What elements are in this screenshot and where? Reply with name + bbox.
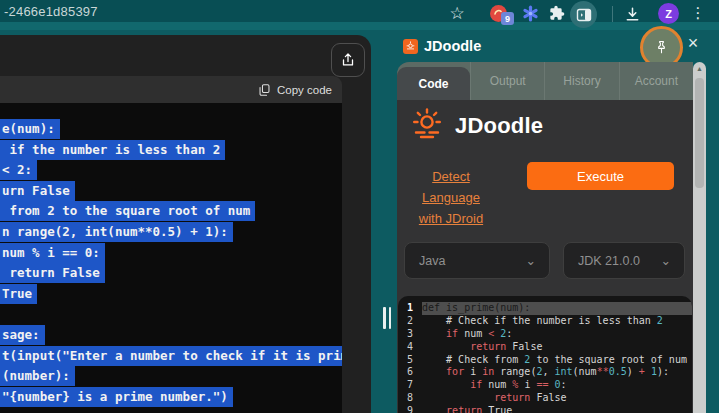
line-code: if num % i == 0: — [422, 379, 692, 392]
profile-avatar[interactable]: Z — [658, 3, 679, 24]
selected-code-text: sage: — [0, 325, 45, 345]
detect-language-link[interactable]: DetectLanguagewith JDroid — [403, 166, 499, 229]
selected-code-text: True — [0, 284, 37, 304]
version-select-value: JDK 21.0.0 — [578, 254, 640, 268]
side-panel-toggle-button[interactable] — [570, 1, 597, 28]
editor-line: 5 # Check from 2 to the square root of n… — [398, 354, 692, 367]
line-number: 6 — [398, 366, 422, 379]
editor-line: 2 # Check if the number is less than 2 — [398, 315, 692, 328]
share-upload-icon — [339, 51, 357, 69]
code-line: return False — [0, 263, 342, 284]
selected-code-text: if the number is less than 2 — [0, 140, 225, 160]
screenshot-stage: -2466e1d85397 ☆ 9 — [0, 0, 719, 413]
code-line: t(input("Enter a number to check if it i… — [0, 346, 342, 367]
code-line: from 2 to the square root of num — [0, 201, 342, 222]
editor-line: 6 for i in range(2, int(num**0.5) + 1): — [398, 366, 692, 379]
code-line: sage: — [0, 325, 342, 346]
code-block: Copy code e(num): if the number is less … — [0, 76, 342, 413]
flower-glyph — [522, 5, 539, 22]
line-number: 3 — [398, 328, 422, 341]
line-code: return False — [422, 341, 692, 354]
selected-code-text: t(input("Enter a number to check if it i… — [0, 346, 342, 366]
selected-code-text: e(num): — [0, 119, 60, 139]
bookmark-star-icon[interactable]: ☆ — [447, 3, 467, 23]
jdoodle-sun-logo — [407, 106, 447, 146]
tab-account[interactable]: Account — [619, 62, 693, 100]
line-number: 2 — [398, 315, 422, 328]
line-code: for i in range(2, int(num**0.5) + 1): — [422, 366, 692, 379]
code-line: n range(2, int(num**0.5) + 1): — [0, 222, 342, 243]
extensions-puzzle-icon[interactable] — [548, 4, 566, 22]
clipboard-icon — [258, 83, 271, 97]
download-icon — [624, 6, 641, 23]
selected-code-text: n range(2, int(num**0.5) + 1): — [0, 222, 233, 242]
line-code: # Check if the number is less than 2 — [422, 315, 692, 328]
scrollbar-thumb[interactable] — [695, 78, 704, 188]
code-line: e(num): — [0, 119, 342, 140]
code-line: if the number is less than 2 — [0, 140, 342, 161]
scrollbar-up-arrow[interactable]: ▲ — [693, 65, 706, 72]
selected-code-text: urn False — [0, 181, 75, 201]
line-number: 1 — [398, 302, 422, 315]
detect-language-link-line[interactable]: Language — [403, 187, 499, 208]
selected-code-text: < 2: — [0, 160, 37, 180]
panel-resize-handle[interactable] — [383, 307, 392, 329]
line-number: 8 — [398, 392, 422, 405]
line-number: 7 — [398, 379, 422, 392]
execute-button[interactable]: Execute — [527, 162, 674, 190]
chevron-down-icon: ⌄ — [661, 253, 671, 268]
code-line: num % i == 0: — [0, 243, 342, 264]
chat-response-panel: Copy code e(num): if the number is less … — [0, 35, 371, 413]
panel-scrollbar[interactable]: ▲ — [693, 62, 706, 413]
brand-title: JDoodle — [455, 113, 543, 139]
share-button[interactable] — [331, 43, 365, 77]
line-number: 4 — [398, 341, 422, 354]
line-number: 9 — [398, 405, 422, 413]
code-line: urn False — [0, 181, 342, 202]
jdoodle-code-editor[interactable]: 1def is_prime(num):2 # Check if the numb… — [398, 296, 692, 413]
toolbar-divider — [612, 6, 613, 22]
tab-code[interactable]: Code — [397, 67, 470, 100]
jdoodle-brand: JDoodle — [407, 106, 543, 146]
address-bar-url[interactable]: -2466e1d85397 — [4, 4, 98, 19]
editor-line: 8 return False — [398, 392, 692, 405]
selected-code-area[interactable]: e(num): if the number is less than 2< 2:… — [0, 103, 342, 413]
line-code: # Check from 2 to the square root of num — [422, 354, 692, 367]
browser-toolbar-edge — [0, 22, 719, 30]
line-code: return False — [422, 392, 692, 405]
downloads-button[interactable] — [622, 4, 642, 24]
browser-menu-button[interactable]: ⋮ — [690, 3, 706, 23]
editor-line: 1def is_prime(num): — [398, 302, 692, 315]
tab-history[interactable]: History — [544, 62, 618, 100]
version-select[interactable]: JDK 21.0.0 ⌄ — [563, 242, 685, 279]
code-line — [0, 304, 342, 325]
detect-language-link-line[interactable]: Detect — [403, 166, 499, 187]
line-number: 5 — [398, 354, 422, 367]
line-code: def is_prime(num): — [422, 302, 692, 315]
chevron-down-icon: ⌄ — [526, 253, 536, 268]
jdoodle-extension-icon — [403, 39, 418, 54]
editor-line: 4 return False — [398, 341, 692, 354]
panel-tabs: CodeOutputHistoryAccount — [397, 62, 693, 100]
pin-icon — [653, 39, 670, 56]
code-line: (number): — [0, 366, 342, 387]
editor-line: 7 if num % i == 0: — [398, 379, 692, 392]
selected-code-text: num % i == 0: — [0, 243, 105, 263]
editor-line: 9 return True — [398, 405, 692, 413]
tab-output[interactable]: Output — [470, 62, 544, 100]
language-select-value: Java — [419, 254, 445, 268]
selected-code-text: "{number} is a prime number.") — [0, 387, 233, 407]
line-code: return True — [422, 405, 692, 413]
editor-line: 3 if num < 2: — [398, 328, 692, 341]
code-block-header: Copy code — [0, 76, 342, 103]
code-line: < 2: — [0, 160, 342, 181]
jdoodle-panel-body: JDoodle DetectLanguagewith JDroid Execut… — [397, 100, 693, 413]
puzzle-glyph — [549, 5, 565, 21]
language-select[interactable]: Java ⌄ — [404, 242, 550, 279]
extension-flower-icon[interactable] — [521, 4, 539, 22]
copy-code-button[interactable]: Copy code — [277, 84, 332, 96]
close-panel-button[interactable]: × — [685, 36, 701, 52]
selected-code-text: from 2 to the square root of num — [0, 201, 255, 221]
detect-language-link-line[interactable]: with JDroid — [403, 208, 499, 229]
panel-title: JDoodle — [424, 38, 481, 54]
